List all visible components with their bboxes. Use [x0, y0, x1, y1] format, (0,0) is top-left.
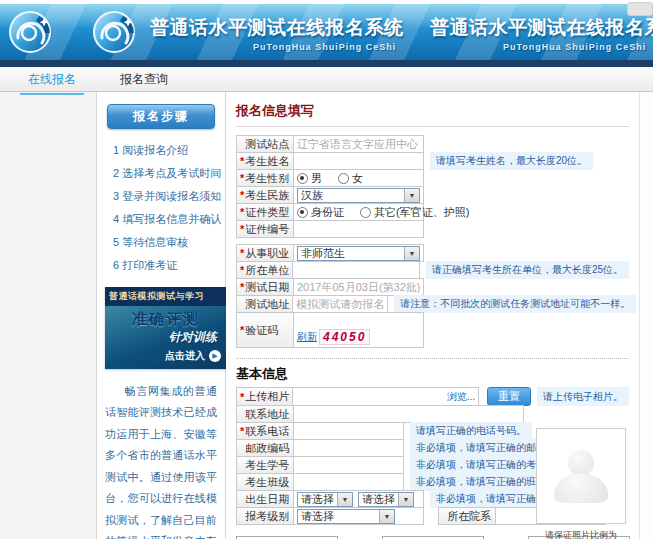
reset-button[interactable]: 重置 — [487, 387, 531, 406]
person-silhouette-icon — [568, 450, 594, 476]
captcha-input[interactable] — [297, 315, 420, 328]
id-type-label: *证件类型 — [236, 203, 294, 221]
row-photo-upload: *上传相片 浏览... 重置 请上传电子相片。 — [236, 387, 629, 406]
captcha-refresh-link[interactable]: 刷新 — [297, 330, 317, 344]
row-occupation: *从事职业 非师范生▼ — [236, 244, 629, 262]
main-nav: 在线报名 报名查询 — [0, 67, 653, 92]
basic-info-heading: 基本信息 — [236, 365, 629, 383]
step-item-2: 2 选择考点及考试时间 — [105, 162, 217, 185]
row-id-number: *证件编号 — [236, 220, 629, 238]
registration-steps-button[interactable]: 报名步骤 — [107, 104, 215, 129]
app-logo-icon — [8, 9, 54, 55]
form-group-test-info: *测试站点 辽宁省语言文字应用中心 *考生姓名 请填写考生姓名，最大长度20位。… — [236, 135, 629, 238]
row-test-date: *测试日期 2017年05月03日(第32批) — [236, 278, 629, 296]
corner-widget — [627, 2, 653, 16]
ethnicity-select[interactable]: 汉族▼ — [297, 188, 420, 203]
work-unit-hint: 请正确填写考生所在单位，最大长度25位。 — [426, 261, 629, 279]
form-title: 报名信息填写 — [236, 102, 629, 120]
step-item-4: 4 填写报名信息并确认 — [105, 208, 217, 231]
chevron-down-icon: ▼ — [337, 493, 352, 506]
app-subtitle-repeat: PuTongHua ShuiPing CeShi — [503, 42, 646, 52]
contact-address-input[interactable] — [297, 408, 520, 420]
test-address-field: 模拟测试请勿报名 — [293, 295, 388, 313]
captcha-label: *验证码 — [236, 312, 294, 348]
contact-phone-input[interactable] — [297, 425, 400, 437]
promo-enter-button[interactable]: 点击进入 ▶ — [111, 349, 221, 363]
student-number-input[interactable] — [297, 459, 400, 471]
browse-button[interactable]: 浏览... — [447, 390, 475, 404]
test-address-label: *测试地址 — [236, 295, 293, 313]
captcha-field: 刷新 44050 — [294, 312, 424, 348]
left-gutter — [0, 92, 96, 539]
tab-registration-query[interactable]: 报名查询 — [118, 68, 170, 91]
tab-online-registration[interactable]: 在线报名 — [26, 68, 78, 91]
captcha-image: 44050 — [319, 329, 370, 345]
candidate-name-input[interactable] — [297, 155, 420, 167]
exam-level-label: *报考级别 — [236, 507, 294, 525]
title-divider — [236, 126, 629, 127]
birth-date-label: *出生日期 — [236, 490, 294, 508]
play-icon: ▶ — [209, 350, 221, 362]
class-label: *考生班级 — [236, 473, 294, 491]
sidebar-intro-text: 畅言网集成的普通话智能评测技术已经成功运用于上海、安徽等多个省市的普通话水平测试… — [105, 381, 217, 539]
content-area: 报名步骤 1 阅读报名介绍 2 选择考点及考试时间 3 登录并阅读报名须知 4 … — [0, 92, 653, 539]
row-ethnicity: *考生民族 汉族▼ — [236, 186, 629, 204]
form-group-test-detail: *从事职业 非师范生▼ *所在单位 请正确填写考生所在单位，最大长度25位。 *… — [236, 244, 629, 348]
page: 普通话水平测试在线报名系统 PuTongHua ShuiPing CeShi 普… — [0, 0, 653, 539]
row-contact-address: *联系地址 — [236, 405, 629, 423]
student-number-label: *考生学号 — [236, 456, 294, 474]
id-type-idcard-radio[interactable]: 身份证 — [297, 205, 344, 220]
zip-code-input[interactable] — [297, 442, 400, 454]
work-unit-label: *所在单位 — [236, 261, 293, 279]
section-divider — [236, 358, 629, 359]
mock-test-promo-banner[interactable]: 普通话模拟测试与学习 准确评测 针对训练 点击进入 ▶ — [105, 287, 227, 369]
right-edge — [639, 92, 653, 539]
promo-line1: 准确评测 — [111, 310, 221, 329]
promo-header: 普通话模拟测试与学习 — [105, 287, 227, 306]
promo-body: 准确评测 针对训练 点击进入 ▶ — [105, 306, 227, 369]
birth-date-field: 请选择▼ 请选择▼ — [294, 490, 424, 508]
navy-divider — [0, 60, 653, 67]
sidebar: 报名步骤 1 阅读报名介绍 2 选择考点及考试时间 3 登录并阅读报名须知 4 … — [96, 92, 226, 539]
exam-level-field: 请选择▼ — [294, 507, 424, 525]
chevron-down-icon: ▼ — [404, 189, 419, 202]
photo-upload-hint: 请上传电子相片。 — [537, 387, 629, 406]
test-site-label: *测试站点 — [236, 135, 294, 153]
test-date-field: 2017年05月03日(第32批) — [294, 278, 424, 296]
photo-upload-input[interactable] — [296, 391, 442, 403]
main-panel: 报名信息填写 *测试站点 辽宁省语言文字应用中心 *考生姓名 请填写考生姓名，最… — [226, 92, 639, 539]
row-id-type: *证件类型 身份证 其它(军官证、护照) — [236, 203, 629, 221]
id-number-input[interactable] — [297, 223, 420, 235]
row-work-unit: *所在单位 请正确填写考生所在单位，最大长度25位。 — [236, 261, 629, 279]
app-subtitle: PuTongHua ShuiPing CeShi — [253, 42, 396, 52]
id-type-field: 身份证 其它(军官证、护照) — [294, 203, 424, 221]
id-number-field — [294, 220, 424, 238]
exam-level-select[interactable]: 请选择▼ — [297, 509, 395, 524]
birth-month-select[interactable]: 请选择▼ — [358, 492, 414, 507]
app-title: 普通话水平测试在线报名系统 — [150, 15, 404, 41]
row-candidate-name: *考生姓名 请填写考生姓名，最大长度20位。 — [236, 152, 629, 170]
ethnicity-label: *考生民族 — [236, 186, 294, 204]
id-type-other-radio[interactable]: 其它(军官证、护照) — [360, 205, 469, 220]
candidate-name-field — [294, 152, 424, 170]
birth-year-select[interactable]: 请选择▼ — [297, 492, 353, 507]
chevron-down-icon: ▼ — [404, 247, 419, 260]
gender-male-radio[interactable]: 男 — [297, 171, 322, 186]
radio-selected-icon — [297, 173, 308, 184]
photo-upload-label: *上传相片 — [236, 387, 293, 406]
class-input[interactable] — [297, 476, 400, 488]
work-unit-field — [293, 261, 420, 279]
photo-ratio-note: 请保证照片比例为390*567 否则照片会失真。 — [531, 529, 631, 539]
test-site-field: 辽宁省语言文字应用中心 — [294, 135, 424, 153]
required-star: * — [240, 155, 244, 167]
gender-female-radio[interactable]: 女 — [338, 171, 363, 186]
promo-line2: 针对训练 — [111, 329, 221, 346]
photo-panel: 请保证照片比例为390*567 否则照片会失真。 — [531, 428, 631, 539]
student-number-field — [294, 456, 404, 474]
work-unit-input[interactable] — [296, 264, 416, 276]
row-test-site: *测试站点 辽宁省语言文字应用中心 — [236, 135, 629, 153]
photo-upload-field: 浏览... — [293, 387, 479, 406]
test-address-value: 模拟测试请勿报名 — [296, 297, 384, 312]
photo-placeholder — [536, 428, 626, 524]
occupation-select[interactable]: 非师范生▼ — [297, 246, 420, 261]
